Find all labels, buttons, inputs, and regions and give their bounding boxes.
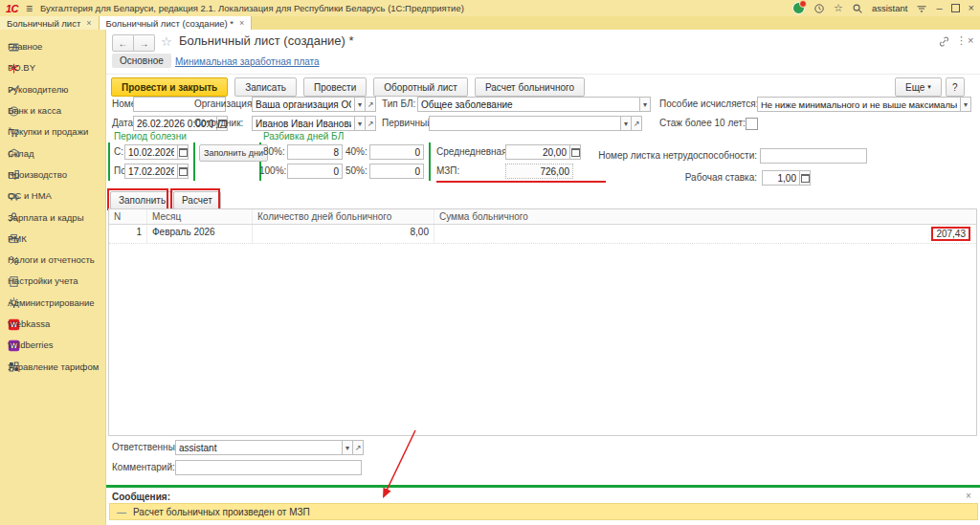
- pct40-input[interactable]: [369, 144, 424, 160]
- experience-checkbox[interactable]: [746, 118, 758, 130]
- primary-label: Первичный:: [382, 116, 435, 131]
- messages-splitter[interactable]: [106, 485, 980, 488]
- favorite-star-icon[interactable]: ☆: [161, 34, 172, 49]
- sidebar-item-warehouse[interactable]: Склад: [0, 142, 105, 164]
- nav-separator: [106, 74, 980, 75]
- type-input[interactable]: [417, 97, 640, 112]
- employee-input[interactable]: [252, 116, 355, 131]
- close-form-button[interactable]: ×: [968, 34, 973, 46]
- sidebar-item-accounting-settings[interactable]: Настройки учета: [0, 271, 105, 292]
- post-and-close-button[interactable]: Провести и закрыть: [111, 77, 228, 97]
- notifications-icon[interactable]: [792, 2, 805, 14]
- responsible-open-icon[interactable]: ↗: [352, 440, 364, 455]
- page-title: Больничный лист (создание) *: [179, 33, 354, 48]
- messages-close-icon[interactable]: ×: [966, 491, 971, 501]
- collapse-icon[interactable]: —: [117, 507, 126, 517]
- work-rate-input[interactable]: [762, 170, 800, 186]
- message-text: Расчет больничных произведен от МЗП: [133, 507, 310, 517]
- more-actions-button[interactable]: Еще ▾: [895, 77, 942, 97]
- sidebar-item-taxes[interactable]: Налоги и отчетность: [0, 250, 105, 271]
- post-button[interactable]: Провести: [303, 77, 367, 97]
- maximize-button[interactable]: [951, 4, 960, 12]
- work-rate-calc-icon[interactable]: [799, 170, 811, 186]
- tab-close-icon[interactable]: ×: [239, 18, 244, 28]
- months-table[interactable]: N Месяц Количество дней больничного Сумм…: [108, 208, 977, 436]
- back-button[interactable]: ←: [112, 34, 134, 52]
- mzp-input: [505, 164, 573, 179]
- period-from-calendar-icon[interactable]: [177, 144, 189, 160]
- type-dropdown-icon[interactable]: ▾: [639, 97, 651, 112]
- nav-min-wage-link[interactable]: Минимальная заработная плата: [175, 56, 320, 67]
- sidebar-item-production[interactable]: Производство: [0, 164, 105, 186]
- avg-daily-calc-icon[interactable]: [569, 144, 581, 160]
- col-sum: Сумма больничного: [434, 209, 976, 224]
- sidebar-item-os-nma[interactable]: ОС и НМА: [0, 186, 105, 207]
- pct80-input[interactable]: [287, 144, 343, 160]
- help-button[interactable]: ?: [946, 77, 965, 97]
- day-breakdown-group-title: Разбивка дней БЛ: [263, 131, 344, 142]
- minimize-button[interactable]: –: [936, 3, 942, 13]
- sick-note-number-input[interactable]: [760, 148, 867, 164]
- service-menu-icon[interactable]: [916, 3, 927, 14]
- fill-button[interactable]: Заполнить: [110, 191, 174, 209]
- employee-open-icon[interactable]: ↗: [365, 116, 376, 131]
- main-menu-icon[interactable]: ≡: [26, 2, 33, 15]
- tab-label: Больничный лист: [7, 18, 80, 29]
- sidebar-item-administration[interactable]: Администрирование: [0, 293, 105, 314]
- turnover-sheet-button[interactable]: Оборотный лист: [373, 77, 468, 97]
- write-button[interactable]: Записать: [234, 77, 297, 97]
- primary-input[interactable]: [429, 116, 621, 131]
- org-open-icon[interactable]: ↗: [365, 97, 376, 112]
- sidebar-item-main[interactable]: Главное: [0, 36, 105, 57]
- benefit-input[interactable]: [757, 97, 961, 112]
- close-window-button[interactable]: ×: [969, 3, 974, 13]
- calc-button[interactable]: Расчет: [173, 191, 221, 209]
- group-separator: [429, 142, 431, 181]
- open-windows-tab-bar: Больничный лист × Больничный лист (созда…: [0, 16, 980, 30]
- pct50-input[interactable]: [369, 164, 424, 179]
- sidebar-item-rmk[interactable]: РМК: [0, 229, 105, 250]
- nav-main[interactable]: Основное: [112, 54, 171, 68]
- sidebar-item-salary[interactable]: Зарплата и кадры: [0, 207, 105, 228]
- messages-title: Сообщения:: [112, 492, 170, 502]
- period-to-input[interactable]: [124, 164, 178, 179]
- message-item[interactable]: — Расчет больничных произведен от МЗП: [109, 503, 978, 520]
- table-row[interactable]: 1 Февраль 2026 8,00 207,43: [109, 225, 976, 244]
- tab-sick-leave-new[interactable]: Больничный лист (создание) * ×: [100, 16, 253, 30]
- primary-open-icon[interactable]: ↗: [631, 116, 642, 131]
- more-menu-icon[interactable]: ⋮: [956, 34, 967, 47]
- avg-daily-label: Среднедневная:: [436, 144, 509, 160]
- sidebar-item-tariff[interactable]: Управление тарифом: [0, 356, 105, 377]
- favorites-icon[interactable]: ☆: [834, 3, 843, 13]
- group-separator: [193, 142, 195, 181]
- fill-days-button[interactable]: Заполнить дни: [199, 144, 268, 162]
- comment-input[interactable]: [175, 460, 362, 475]
- avg-daily-input[interactable]: [505, 144, 570, 160]
- forward-button[interactable]: →: [134, 34, 155, 52]
- history-icon[interactable]: [813, 3, 825, 14]
- org-input[interactable]: [252, 97, 355, 112]
- tab-sick-leave-list[interactable]: Больничный лист ×: [0, 16, 100, 30]
- get-link-icon[interactable]: [938, 35, 950, 48]
- tab-close-icon[interactable]: ×: [86, 18, 91, 28]
- type-label: Тип БЛ:: [382, 97, 415, 112]
- responsible-input[interactable]: [175, 440, 343, 455]
- sidebar-item-wildberries[interactable]: Wildberries: [0, 335, 105, 356]
- sick-pay-calc-report-button[interactable]: Расчет больничного: [475, 77, 585, 97]
- chevron-down-icon: ▾: [927, 83, 931, 91]
- experience-label: Стаж более 10 лет:: [659, 116, 746, 131]
- period-to-calendar-icon[interactable]: [177, 164, 189, 179]
- search-icon[interactable]: [852, 3, 863, 14]
- period-from-input[interactable]: [124, 144, 178, 160]
- benefit-dropdown-icon[interactable]: ▾: [960, 97, 971, 112]
- sidebar-item-purchases[interactable]: Покупки и продажи: [0, 121, 105, 142]
- cell-sum: 207,43: [434, 225, 976, 243]
- sidebar-item-bank[interactable]: Банк и касса: [0, 100, 105, 121]
- user-name[interactable]: assistant: [872, 3, 908, 13]
- sidebar-item-poby[interactable]: PO.BY: [0, 57, 105, 78]
- pct100-input[interactable]: [287, 164, 343, 179]
- sidebar-item-manager[interactable]: Руководителю: [0, 79, 105, 100]
- org-label: Организация:: [194, 97, 255, 112]
- sidebar-item-webkassa[interactable]: Webkassa: [0, 314, 105, 335]
- 1c-logo: 1С: [6, 3, 18, 14]
